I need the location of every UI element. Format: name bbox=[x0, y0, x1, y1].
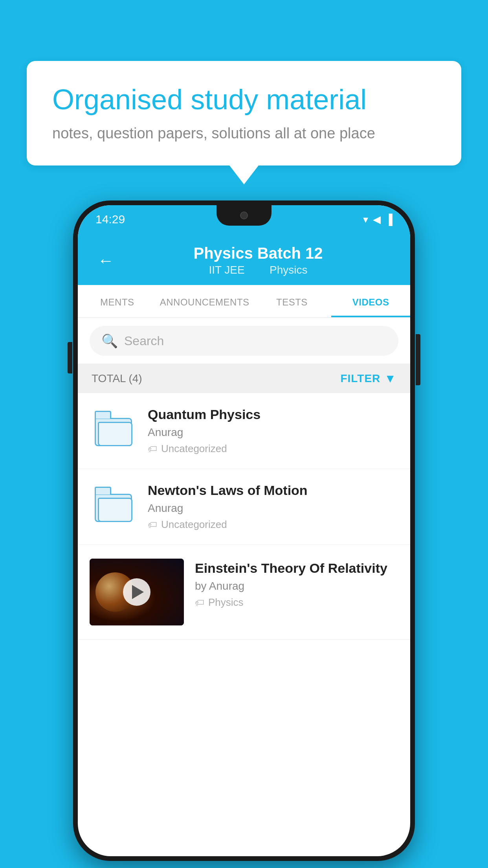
video-list: Quantum Physics Anurag 🏷 Uncategorized bbox=[78, 393, 410, 640]
status-bar: 14:29 ▾ ◀ ▐ bbox=[78, 205, 410, 234]
filter-icon: ▼ bbox=[384, 372, 396, 385]
speech-bubble-container: Organised study material notes, question… bbox=[27, 61, 461, 166]
signal-icon: ◀ bbox=[373, 213, 381, 226]
tab-announcements[interactable]: ANNOUNCEMENTS bbox=[157, 285, 253, 317]
search-bar-container: 🔍 Search bbox=[78, 318, 410, 364]
tag-icon-2: 🏷 bbox=[148, 519, 157, 530]
folder-icon-1 bbox=[95, 411, 132, 446]
video-tag-1: 🏷 Uncategorized bbox=[148, 443, 398, 455]
folder-icon-2 bbox=[95, 487, 132, 522]
video-tag-3: 🏷 Physics bbox=[195, 596, 398, 609]
tab-videos[interactable]: VIDEOS bbox=[331, 285, 410, 317]
video-thumbnail-3 bbox=[90, 559, 184, 625]
video-item-2[interactable]: Newton's Laws of Motion Anurag 🏷 Uncateg… bbox=[78, 469, 410, 545]
phone-mockup: 14:29 ▾ ◀ ▐ ← Physics Batch 12 IIT JEE P… bbox=[73, 200, 415, 861]
video-thumb-1 bbox=[90, 407, 137, 450]
video-title-3: Einstein's Theory Of Relativity bbox=[195, 561, 398, 576]
folder-front-1 bbox=[98, 422, 132, 446]
video-title-1: Quantum Physics bbox=[148, 407, 398, 422]
camera-dot bbox=[240, 211, 248, 219]
back-button[interactable]: ← bbox=[97, 251, 114, 270]
tag-icon-3: 🏷 bbox=[195, 597, 204, 608]
header-subtitle-subject: Physics bbox=[270, 264, 307, 276]
play-triangle-icon bbox=[132, 585, 144, 599]
search-input[interactable]: Search bbox=[124, 334, 164, 348]
video-item-1[interactable]: Quantum Physics Anurag 🏷 Uncategorized bbox=[78, 393, 410, 469]
phone-inner: 14:29 ▾ ◀ ▐ ← Physics Batch 12 IIT JEE P… bbox=[78, 205, 410, 856]
tab-ments[interactable]: MENTS bbox=[78, 285, 157, 317]
video-info-2: Newton's Laws of Motion Anurag 🏷 Uncateg… bbox=[148, 483, 398, 531]
status-time: 14:29 bbox=[95, 213, 125, 226]
video-tag-2: 🏷 Uncategorized bbox=[148, 519, 398, 531]
status-icons: ▾ ◀ ▐ bbox=[363, 213, 393, 226]
search-icon: 🔍 bbox=[101, 333, 118, 349]
notch bbox=[216, 205, 272, 226]
tag-icon-1: 🏷 bbox=[148, 443, 157, 454]
filter-button[interactable]: FILTER ▼ bbox=[340, 372, 396, 385]
header-subtitle: IIT JEE Physics bbox=[126, 264, 391, 276]
header-subtitle-sep bbox=[256, 264, 262, 276]
folder-tab-2 bbox=[95, 487, 111, 495]
speech-bubble: Organised study material notes, question… bbox=[27, 61, 461, 166]
total-count: TOTAL (4) bbox=[92, 372, 142, 385]
video-info-1: Quantum Physics Anurag 🏷 Uncategorized bbox=[148, 407, 398, 455]
tabs-bar: MENTS ANNOUNCEMENTS TESTS VIDEOS bbox=[78, 285, 410, 318]
video-tag-text-2: Uncategorized bbox=[161, 519, 227, 531]
header-title: Physics Batch 12 bbox=[126, 245, 391, 262]
video-thumb-2 bbox=[90, 483, 137, 526]
search-bar[interactable]: 🔍 Search bbox=[90, 326, 398, 356]
video-author-2: Anurag bbox=[148, 502, 398, 515]
folder-front-2 bbox=[98, 498, 132, 522]
folder-tab-1 bbox=[95, 411, 111, 419]
speech-bubble-subtitle: notes, question papers, solutions all at… bbox=[52, 125, 436, 142]
speech-bubble-title: Organised study material bbox=[52, 83, 436, 116]
tab-tests[interactable]: TESTS bbox=[253, 285, 332, 317]
filter-label: FILTER bbox=[340, 372, 380, 385]
header-title-block: Physics Batch 12 IIT JEE Physics bbox=[126, 245, 391, 276]
video-author-1: Anurag bbox=[148, 426, 398, 439]
phone-outer: 14:29 ▾ ◀ ▐ ← Physics Batch 12 IIT JEE P… bbox=[73, 200, 415, 861]
app-header: ← Physics Batch 12 IIT JEE Physics bbox=[78, 234, 410, 285]
video-title-2: Newton's Laws of Motion bbox=[148, 483, 398, 498]
video-item-3[interactable]: Einstein's Theory Of Relativity by Anura… bbox=[78, 545, 410, 640]
video-author-3: by Anurag bbox=[195, 580, 398, 592]
play-button-3[interactable] bbox=[123, 578, 150, 606]
filter-row: TOTAL (4) FILTER ▼ bbox=[78, 364, 410, 393]
header-subtitle-course: IIT JEE bbox=[209, 264, 244, 276]
battery-icon: ▐ bbox=[385, 213, 393, 226]
video-tag-text-3: Physics bbox=[208, 596, 244, 609]
video-tag-text-1: Uncategorized bbox=[161, 443, 227, 455]
wifi-icon: ▾ bbox=[363, 213, 368, 226]
video-info-3: Einstein's Theory Of Relativity by Anura… bbox=[195, 559, 398, 609]
